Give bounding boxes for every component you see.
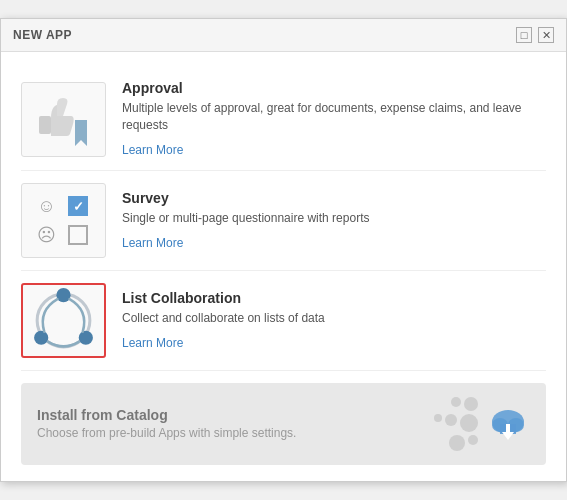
- app-item-approval[interactable]: Approval Multiple levels of approval, gr…: [21, 68, 546, 171]
- list-collaboration-icon: [23, 285, 104, 356]
- list-collaboration-name: List Collaboration: [122, 290, 546, 306]
- app-item-list-collaboration[interactable]: List Collaboration Collect and collabora…: [21, 271, 546, 371]
- empty-checkbox: [66, 223, 90, 247]
- list-collaboration-desc: Collect and collaborate on lists of data: [122, 310, 546, 327]
- header-controls: □ ✕: [516, 27, 554, 43]
- survey-desc: Single or multi-page questionnaire with …: [122, 210, 546, 227]
- catalog-text: Install from Catalog Choose from pre-bui…: [37, 407, 434, 440]
- approval-learn-more[interactable]: Learn More: [122, 143, 183, 157]
- catalog-section[interactable]: Install from Catalog Choose from pre-bui…: [21, 383, 546, 465]
- catalog-title: Install from Catalog: [37, 407, 434, 423]
- checked-box: ✓: [66, 194, 90, 218]
- dialog-body: Approval Multiple levels of approval, gr…: [1, 52, 566, 481]
- survey-info: Survey Single or multi-page questionnair…: [122, 190, 546, 251]
- smiley-face: ☺: [35, 194, 59, 218]
- app-item-survey[interactable]: ☺ ✓ ☹ Survey Single or multi-page questi…: [21, 171, 546, 271]
- approval-info: Approval Multiple levels of approval, gr…: [122, 80, 546, 158]
- svg-point-3: [56, 288, 70, 302]
- svg-point-5: [79, 330, 93, 344]
- svg-marker-1: [75, 120, 87, 146]
- list-collaboration-icon-box: [21, 283, 106, 358]
- survey-icon-box: ☺ ✓ ☹: [21, 183, 106, 258]
- svg-rect-0: [39, 116, 51, 134]
- dialog-title: NEW APP: [13, 28, 72, 42]
- catalog-desc: Choose from pre-build Apps with simple s…: [37, 426, 434, 440]
- catalog-decoration: [434, 397, 478, 451]
- approval-desc: Multiple levels of approval, great for d…: [122, 100, 546, 134]
- approval-icon: [33, 90, 95, 148]
- svg-point-4: [34, 330, 48, 344]
- approval-icon-box: [21, 82, 106, 157]
- dialog-header: NEW APP □ ✕: [1, 19, 566, 52]
- list-collaboration-learn-more[interactable]: Learn More: [122, 336, 183, 350]
- svg-rect-11: [506, 424, 510, 434]
- maximize-button[interactable]: □: [516, 27, 532, 43]
- cloud-download-icon: [486, 402, 530, 446]
- list-collaboration-info: List Collaboration Collect and collabora…: [122, 290, 546, 351]
- catalog-visual: [434, 397, 530, 451]
- new-app-dialog: NEW APP □ ✕: [0, 18, 567, 482]
- survey-name: Survey: [122, 190, 546, 206]
- sad-face: ☹: [35, 223, 59, 247]
- approval-name: Approval: [122, 80, 546, 96]
- survey-icon: ☺ ✓ ☹: [35, 194, 93, 246]
- close-button[interactable]: ✕: [538, 27, 554, 43]
- survey-learn-more[interactable]: Learn More: [122, 236, 183, 250]
